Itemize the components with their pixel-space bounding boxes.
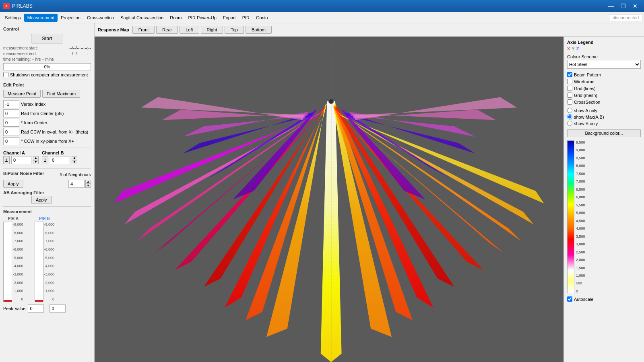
menu-room[interactable]: Room	[167, 14, 185, 22]
channel-a-row: ± ▲ ▼	[3, 156, 39, 164]
view-bottom-button[interactable]: Bottom	[246, 26, 272, 34]
apply-avg-button[interactable]: Apply	[31, 196, 52, 204]
neighbours-input[interactable]	[68, 180, 85, 188]
colour-scheme-select[interactable]: Hot Steel Rainbow Grayscale	[567, 60, 641, 69]
pir-b-bar	[35, 222, 43, 302]
ccw-label: ° CCW in xy-plane from X+	[21, 139, 74, 144]
show-b-only-radio[interactable]	[567, 121, 572, 126]
scale-label-6000: 6,000	[576, 195, 585, 199]
pir-a-label: PIR A	[8, 216, 19, 221]
edit-point-title: Edit Point	[3, 82, 91, 87]
channel-b-pm-button[interactable]: ±	[42, 156, 48, 164]
vertex-index-label: Vertex Index	[21, 102, 45, 107]
time-remaining: time remaining: – hrs – mins	[3, 57, 91, 62]
scale-label-7000: 7,000	[576, 179, 585, 183]
rad-phi-label: Rad from Center (phi)	[21, 111, 64, 116]
from-center-label: ° from Center	[21, 120, 47, 125]
shutdown-checkbox[interactable]	[3, 72, 8, 77]
view-right-button[interactable]: Right	[201, 26, 223, 34]
neighbours-down-button[interactable]: ▼	[85, 184, 91, 188]
axis-legend-title: Axis Legend	[567, 40, 641, 45]
maximize-button[interactable]: ❐	[617, 2, 629, 10]
radiation-pattern-svg	[95, 37, 564, 362]
channel-a-pm-button[interactable]: ±	[3, 156, 10, 164]
menu-measurement[interactable]: Measurement	[24, 14, 58, 22]
beam-pattern-label: Beam Pattern	[574, 72, 601, 77]
menu-settings[interactable]: Settings	[2, 14, 24, 22]
neighbours-label: # of Neighbours	[60, 172, 91, 177]
autoscale-label: Autoscale	[574, 297, 593, 302]
response-map-header: Response Map Front Rear Left Right Top B…	[95, 23, 644, 37]
neighbours-up-button[interactable]: ▲	[85, 180, 91, 184]
wireframe-checkbox[interactable]	[567, 79, 572, 84]
3d-viewport[interactable]	[95, 37, 564, 362]
color-scale-labels: 9,500 9,000 8,500 8,000 7,500 7,000 6,50…	[576, 140, 585, 293]
menu-projection[interactable]: Projection	[58, 14, 84, 22]
scale-label-2500: 2,500	[576, 250, 585, 254]
show-max-row: show Max(A,B)	[567, 114, 641, 119]
background-color-button[interactable]: Background color...	[567, 129, 641, 137]
view-left-button[interactable]: Left	[180, 26, 199, 34]
rad-phi-input[interactable]	[3, 109, 19, 117]
pir-a-bar	[3, 222, 12, 302]
scale-label-6500: 6,500	[576, 187, 585, 191]
channel-b-title: Channel B	[42, 150, 77, 155]
channel-b-row: ± ▲ ▼	[42, 156, 77, 164]
peak-a-input[interactable]	[28, 304, 44, 313]
pir-b-meter: PIR B -9,000 -8,000 -7,000 -6,000 -5,000…	[35, 216, 55, 302]
measure-point-button[interactable]: Measure Point	[3, 90, 41, 98]
pir-a-bar-wrapper: -9,000 -8,000 -7,000 -6,000 -5,000 -4,00…	[3, 222, 23, 302]
menu-export[interactable]: Export	[220, 14, 239, 22]
measurement-start-row: measurement start: --/--/-- --:--:--	[3, 46, 91, 50]
channel-a-up-button[interactable]: ▲	[33, 156, 39, 160]
from-center-input[interactable]	[3, 119, 19, 127]
beam-pattern-checkbox[interactable]	[567, 72, 572, 77]
menu-pir[interactable]: PIR	[239, 14, 253, 22]
minimize-button[interactable]: —	[605, 2, 617, 10]
axis-z-label: Z	[576, 46, 579, 51]
view-front-button[interactable]: Front	[132, 26, 155, 34]
colour-scheme-label: Colour Scheme	[567, 54, 641, 59]
grid-lines-label: Grid (lines)	[574, 86, 596, 91]
axis-x-label: X	[567, 46, 570, 51]
start-button[interactable]: Start	[31, 34, 63, 43]
apply-bipolar-button[interactable]: Apply	[3, 180, 23, 188]
scale-label-7500: 7,500	[576, 172, 585, 176]
vertex-index-row: Vertex Index	[3, 100, 91, 108]
view-rear-button[interactable]: Rear	[156, 26, 178, 34]
channel-b-input[interactable]	[50, 156, 70, 164]
scale-label-9500: 9,500	[576, 140, 585, 144]
rad-theta-input[interactable]	[3, 128, 19, 136]
close-button[interactable]: ✕	[630, 2, 641, 10]
show-a-only-label: show A only	[574, 108, 597, 113]
beam-pattern-row: Beam Pattern	[567, 72, 641, 77]
grid-mesh-checkbox[interactable]	[567, 93, 572, 98]
find-maximum-button[interactable]: Find Maximum	[42, 90, 80, 98]
app-logo: R	[3, 3, 10, 9]
view-top-button[interactable]: Top	[225, 26, 244, 34]
menu-sagittal[interactable]: Sagittal Cross-section	[117, 14, 167, 22]
scale-label-8500: 8,500	[576, 156, 585, 160]
channel-a-input[interactable]	[11, 156, 31, 164]
vertex-index-input[interactable]	[3, 100, 19, 108]
show-max-radio[interactable]	[567, 114, 572, 119]
menu-pir-powerup[interactable]: PIR Power-Up	[185, 14, 220, 22]
grid-lines-checkbox[interactable]	[567, 86, 572, 91]
show-a-only-radio[interactable]	[567, 108, 572, 113]
scale-label-5500: 5,500	[576, 203, 585, 207]
channel-b-down-button[interactable]: ▼	[72, 160, 77, 164]
progress-label: 0%	[44, 65, 50, 69]
channel-a-down-button[interactable]: ▼	[33, 160, 39, 164]
peak-b-input[interactable]	[50, 304, 66, 313]
cross-section-checkbox[interactable]	[567, 99, 572, 105]
channel-b-up-button[interactable]: ▲	[72, 156, 77, 160]
grid-mesh-row: Grid (mesh)	[567, 93, 641, 98]
autoscale-checkbox[interactable]	[567, 296, 572, 302]
menu-gonio[interactable]: Gonio	[253, 14, 271, 22]
axis-legend: Axis Legend X Y Z	[567, 40, 641, 51]
menu-cross-section[interactable]: Cross-section	[84, 14, 117, 22]
grid-mesh-label: Grid (mesh)	[574, 93, 597, 98]
ccw-input[interactable]	[3, 137, 19, 145]
pir-a-fill	[4, 300, 12, 302]
scale-label-0: 0	[576, 289, 585, 293]
